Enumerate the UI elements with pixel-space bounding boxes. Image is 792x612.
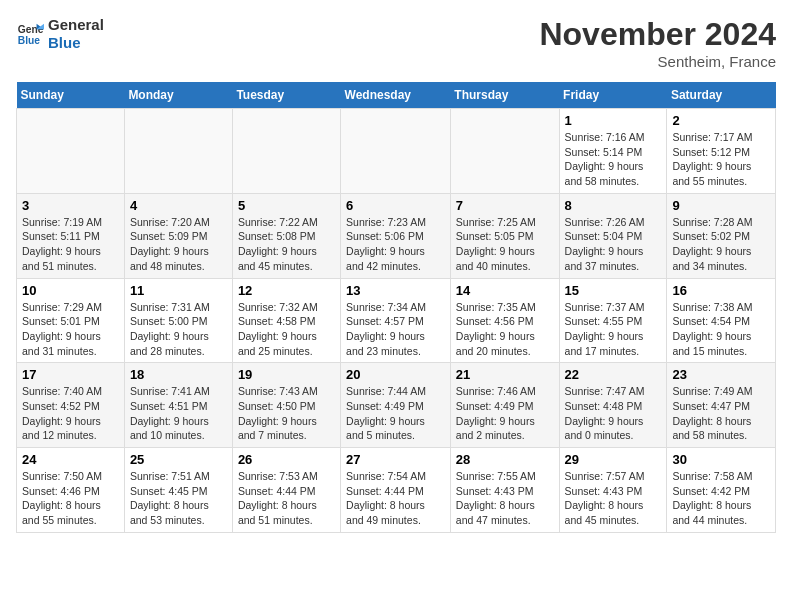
location: Sentheim, France — [539, 53, 776, 70]
day-info: Sunrise: 7:43 AM Sunset: 4:50 PM Dayligh… — [238, 384, 335, 443]
day-number: 29 — [565, 452, 662, 467]
calendar-cell — [450, 109, 559, 194]
logo: General Blue General Blue — [16, 16, 104, 52]
day-info: Sunrise: 7:49 AM Sunset: 4:47 PM Dayligh… — [672, 384, 770, 443]
day-info: Sunrise: 7:50 AM Sunset: 4:46 PM Dayligh… — [22, 469, 119, 528]
day-number: 10 — [22, 283, 119, 298]
header-cell-thursday: Thursday — [450, 82, 559, 109]
day-info: Sunrise: 7:38 AM Sunset: 4:54 PM Dayligh… — [672, 300, 770, 359]
day-info: Sunrise: 7:31 AM Sunset: 5:00 PM Dayligh… — [130, 300, 227, 359]
day-info: Sunrise: 7:28 AM Sunset: 5:02 PM Dayligh… — [672, 215, 770, 274]
day-number: 20 — [346, 367, 445, 382]
header-cell-sunday: Sunday — [17, 82, 125, 109]
day-info: Sunrise: 7:37 AM Sunset: 4:55 PM Dayligh… — [565, 300, 662, 359]
calendar-cell: 30Sunrise: 7:58 AM Sunset: 4:42 PM Dayli… — [667, 448, 776, 533]
calendar-week-2: 10Sunrise: 7:29 AM Sunset: 5:01 PM Dayli… — [17, 278, 776, 363]
day-number: 7 — [456, 198, 554, 213]
day-number: 9 — [672, 198, 770, 213]
day-info: Sunrise: 7:47 AM Sunset: 4:48 PM Dayligh… — [565, 384, 662, 443]
day-number: 2 — [672, 113, 770, 128]
day-info: Sunrise: 7:25 AM Sunset: 5:05 PM Dayligh… — [456, 215, 554, 274]
day-number: 13 — [346, 283, 445, 298]
day-info: Sunrise: 7:41 AM Sunset: 4:51 PM Dayligh… — [130, 384, 227, 443]
day-number: 26 — [238, 452, 335, 467]
calendar-week-1: 3Sunrise: 7:19 AM Sunset: 5:11 PM Daylig… — [17, 193, 776, 278]
calendar-cell: 26Sunrise: 7:53 AM Sunset: 4:44 PM Dayli… — [232, 448, 340, 533]
day-number: 22 — [565, 367, 662, 382]
logo-icon: General Blue — [16, 20, 44, 48]
calendar-cell: 19Sunrise: 7:43 AM Sunset: 4:50 PM Dayli… — [232, 363, 340, 448]
day-info: Sunrise: 7:58 AM Sunset: 4:42 PM Dayligh… — [672, 469, 770, 528]
header: General Blue General Blue November 2024 … — [16, 16, 776, 70]
calendar-cell — [341, 109, 451, 194]
calendar-cell: 22Sunrise: 7:47 AM Sunset: 4:48 PM Dayli… — [559, 363, 667, 448]
calendar-cell: 20Sunrise: 7:44 AM Sunset: 4:49 PM Dayli… — [341, 363, 451, 448]
calendar-cell: 9Sunrise: 7:28 AM Sunset: 5:02 PM Daylig… — [667, 193, 776, 278]
calendar-cell: 27Sunrise: 7:54 AM Sunset: 4:44 PM Dayli… — [341, 448, 451, 533]
day-number: 4 — [130, 198, 227, 213]
calendar-cell: 17Sunrise: 7:40 AM Sunset: 4:52 PM Dayli… — [17, 363, 125, 448]
calendar-cell: 3Sunrise: 7:19 AM Sunset: 5:11 PM Daylig… — [17, 193, 125, 278]
month-title: November 2024 — [539, 16, 776, 53]
calendar-cell: 15Sunrise: 7:37 AM Sunset: 4:55 PM Dayli… — [559, 278, 667, 363]
logo-line1: General — [48, 16, 104, 34]
day-number: 18 — [130, 367, 227, 382]
svg-text:General: General — [18, 24, 44, 35]
calendar-cell: 7Sunrise: 7:25 AM Sunset: 5:05 PM Daylig… — [450, 193, 559, 278]
svg-text:Blue: Blue — [18, 35, 41, 46]
logo-line2: Blue — [48, 34, 104, 52]
calendar-cell — [124, 109, 232, 194]
day-info: Sunrise: 7:46 AM Sunset: 4:49 PM Dayligh… — [456, 384, 554, 443]
calendar-cell: 28Sunrise: 7:55 AM Sunset: 4:43 PM Dayli… — [450, 448, 559, 533]
day-number: 14 — [456, 283, 554, 298]
day-info: Sunrise: 7:55 AM Sunset: 4:43 PM Dayligh… — [456, 469, 554, 528]
calendar-cell: 13Sunrise: 7:34 AM Sunset: 4:57 PM Dayli… — [341, 278, 451, 363]
day-number: 16 — [672, 283, 770, 298]
calendar-cell: 29Sunrise: 7:57 AM Sunset: 4:43 PM Dayli… — [559, 448, 667, 533]
calendar-header-row: SundayMondayTuesdayWednesdayThursdayFrid… — [17, 82, 776, 109]
day-number: 5 — [238, 198, 335, 213]
calendar-week-0: 1Sunrise: 7:16 AM Sunset: 5:14 PM Daylig… — [17, 109, 776, 194]
header-cell-tuesday: Tuesday — [232, 82, 340, 109]
day-info: Sunrise: 7:34 AM Sunset: 4:57 PM Dayligh… — [346, 300, 445, 359]
calendar-week-3: 17Sunrise: 7:40 AM Sunset: 4:52 PM Dayli… — [17, 363, 776, 448]
day-info: Sunrise: 7:20 AM Sunset: 5:09 PM Dayligh… — [130, 215, 227, 274]
calendar-table: SundayMondayTuesdayWednesdayThursdayFrid… — [16, 82, 776, 533]
header-cell-monday: Monday — [124, 82, 232, 109]
day-info: Sunrise: 7:16 AM Sunset: 5:14 PM Dayligh… — [565, 130, 662, 189]
day-info: Sunrise: 7:19 AM Sunset: 5:11 PM Dayligh… — [22, 215, 119, 274]
calendar-cell — [232, 109, 340, 194]
day-number: 17 — [22, 367, 119, 382]
day-number: 19 — [238, 367, 335, 382]
day-number: 8 — [565, 198, 662, 213]
day-info: Sunrise: 7:51 AM Sunset: 4:45 PM Dayligh… — [130, 469, 227, 528]
day-number: 24 — [22, 452, 119, 467]
day-info: Sunrise: 7:23 AM Sunset: 5:06 PM Dayligh… — [346, 215, 445, 274]
calendar-cell: 10Sunrise: 7:29 AM Sunset: 5:01 PM Dayli… — [17, 278, 125, 363]
day-info: Sunrise: 7:57 AM Sunset: 4:43 PM Dayligh… — [565, 469, 662, 528]
day-number: 27 — [346, 452, 445, 467]
calendar-cell: 4Sunrise: 7:20 AM Sunset: 5:09 PM Daylig… — [124, 193, 232, 278]
calendar-cell: 8Sunrise: 7:26 AM Sunset: 5:04 PM Daylig… — [559, 193, 667, 278]
header-cell-friday: Friday — [559, 82, 667, 109]
calendar-cell: 1Sunrise: 7:16 AM Sunset: 5:14 PM Daylig… — [559, 109, 667, 194]
header-cell-wednesday: Wednesday — [341, 82, 451, 109]
day-number: 23 — [672, 367, 770, 382]
day-number: 11 — [130, 283, 227, 298]
day-number: 28 — [456, 452, 554, 467]
calendar-cell: 24Sunrise: 7:50 AM Sunset: 4:46 PM Dayli… — [17, 448, 125, 533]
day-info: Sunrise: 7:17 AM Sunset: 5:12 PM Dayligh… — [672, 130, 770, 189]
day-info: Sunrise: 7:22 AM Sunset: 5:08 PM Dayligh… — [238, 215, 335, 274]
day-number: 30 — [672, 452, 770, 467]
day-info: Sunrise: 7:44 AM Sunset: 4:49 PM Dayligh… — [346, 384, 445, 443]
day-info: Sunrise: 7:29 AM Sunset: 5:01 PM Dayligh… — [22, 300, 119, 359]
calendar-cell: 14Sunrise: 7:35 AM Sunset: 4:56 PM Dayli… — [450, 278, 559, 363]
day-number: 21 — [456, 367, 554, 382]
calendar-cell: 18Sunrise: 7:41 AM Sunset: 4:51 PM Dayli… — [124, 363, 232, 448]
calendar-cell: 21Sunrise: 7:46 AM Sunset: 4:49 PM Dayli… — [450, 363, 559, 448]
header-cell-saturday: Saturday — [667, 82, 776, 109]
calendar-cell: 23Sunrise: 7:49 AM Sunset: 4:47 PM Dayli… — [667, 363, 776, 448]
day-info: Sunrise: 7:40 AM Sunset: 4:52 PM Dayligh… — [22, 384, 119, 443]
day-number: 1 — [565, 113, 662, 128]
day-info: Sunrise: 7:26 AM Sunset: 5:04 PM Dayligh… — [565, 215, 662, 274]
